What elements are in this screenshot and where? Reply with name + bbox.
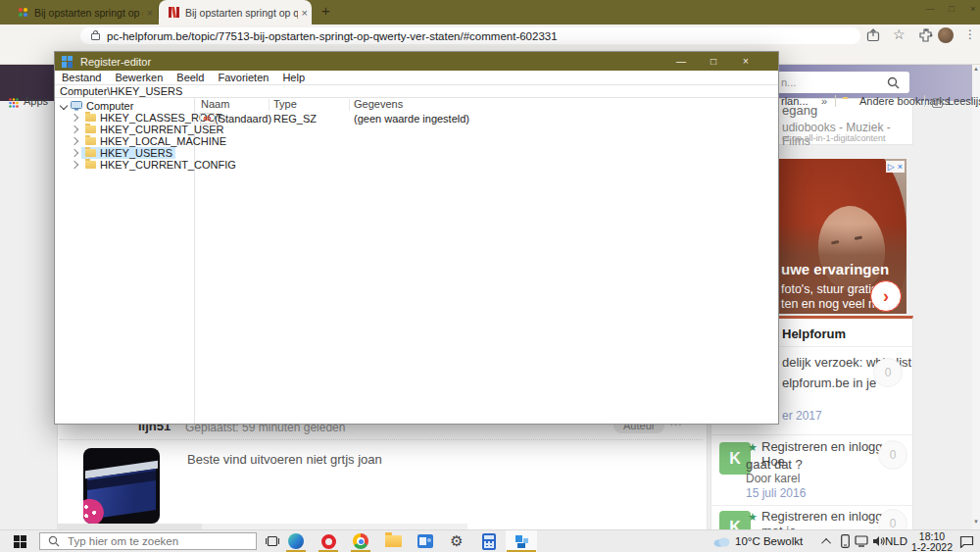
lock-icon[interactable] xyxy=(91,33,100,40)
bookmarks-apps-shortcut[interactable]: Apps xyxy=(24,92,48,110)
weather-widget[interactable]: 10°C Bewolkt xyxy=(713,530,803,552)
column-header-naam[interactable]: Naam xyxy=(201,98,229,111)
bookmark-item-clipped[interactable]: rlan... xyxy=(781,92,808,110)
taskbar-settings-gear-icon[interactable]: ⚙ xyxy=(445,530,468,552)
taskbar-search-box[interactable] xyxy=(39,532,257,550)
ad-close-icon[interactable]: × xyxy=(898,162,903,172)
search-icon xyxy=(48,535,60,547)
profile-avatar[interactable] xyxy=(938,27,954,43)
column-header-type[interactable]: Type xyxy=(273,98,297,111)
page-scrollbar[interactable] xyxy=(972,64,980,529)
reply-count-badge: 0 xyxy=(878,440,907,470)
regedit-app-icon xyxy=(62,56,74,68)
reading-list-icon xyxy=(932,98,943,108)
chevron-down-icon[interactable] xyxy=(60,102,68,110)
task-view-icon[interactable] xyxy=(261,530,284,552)
taskbar-regedit-icon[interactable] xyxy=(510,530,533,552)
widget-header: Helpforum xyxy=(782,326,846,341)
tab-inactive[interactable]: Bij opstarten springt op qwerty v × xyxy=(10,0,157,25)
windows-logo-icon xyxy=(14,535,26,548)
column-header-gegevens[interactable]: Gegevens xyxy=(354,98,403,111)
new-tab-button[interactable]: + xyxy=(321,2,330,19)
star-icon: ★ xyxy=(748,511,758,524)
url-text[interactable]: pc-helpforum.be/topic/77513-bij-opstarte… xyxy=(107,30,558,42)
regedit-titlebar[interactable]: Register-editor — □ × xyxy=(55,52,778,71)
tab-title: Bij opstarten springt op qwerty v xyxy=(34,7,143,19)
reading-list-button[interactable]: Leeslijst xyxy=(948,92,980,110)
folder-icon xyxy=(85,125,96,133)
share-icon[interactable] xyxy=(866,28,880,42)
regedit-close-button[interactable]: × xyxy=(731,52,760,71)
window-minimize-button[interactable]: — xyxy=(919,4,941,14)
divider xyxy=(60,439,703,440)
taskbar-opera-icon[interactable] xyxy=(317,530,340,552)
start-button[interactable] xyxy=(8,530,31,552)
regedit-body: Computer HKEY_CLASSES_ROOT HKEY_CURRENT_… xyxy=(55,98,778,424)
apps-grid-icon[interactable] xyxy=(9,98,19,108)
folder-icon xyxy=(85,149,96,157)
menu-bewerken[interactable]: Bewerken xyxy=(108,71,170,84)
window-close-button[interactable]: × xyxy=(962,4,980,14)
ad-line1: foto's, stuur gratis xyxy=(781,282,877,296)
taskbar-edge-icon[interactable] xyxy=(284,530,308,552)
action-center-icon[interactable] xyxy=(955,530,978,552)
topic-date[interactable]: 15 juli 2016 xyxy=(746,486,806,500)
screen: n... egang udiobooks - Muziek - Films et… xyxy=(0,0,980,552)
menu-beeld[interactable]: Beeld xyxy=(170,71,211,84)
avatar[interactable] xyxy=(83,448,160,524)
taskbar-chrome-icon[interactable] xyxy=(349,530,372,552)
tree-item-hkey-users-selected[interactable]: HKEY_USERS xyxy=(55,147,175,159)
reg-sz-icon: ab xyxy=(200,113,215,125)
language-indicator[interactable]: NLD xyxy=(885,530,907,552)
window-maximize-button[interactable]: □ xyxy=(941,4,962,14)
taskbar-calculator-icon[interactable] xyxy=(477,530,501,552)
bookmarks-overflow-chevron[interactable]: » xyxy=(821,92,827,110)
tab-active[interactable]: Bij opstarten springt op qwerty v × xyxy=(159,0,312,25)
post-body: Beste vind uitvoeren niet grtjs joan xyxy=(187,452,382,467)
taskbar-search-input[interactable] xyxy=(66,534,236,548)
taskbar-mail-icon[interactable] xyxy=(414,530,437,552)
address-bar[interactable]: pc-helpforum.be/topic/77513-bij-opstarte… xyxy=(80,27,860,44)
folder-icon xyxy=(85,137,96,145)
taskbar-clock[interactable]: 18:10 1-2-2022 xyxy=(908,531,956,552)
tab-close-icon[interactable]: × xyxy=(143,7,157,19)
computer-icon xyxy=(71,101,82,111)
menu-help[interactable]: Help xyxy=(275,71,312,84)
topic-title-line[interactable]: elpforum.be in je xyxy=(782,376,876,390)
taskbar-explorer-icon[interactable] xyxy=(381,530,405,552)
ad-choices[interactable]: ▷ × xyxy=(886,161,905,173)
menu-favorieten[interactable]: Favorieten xyxy=(211,71,275,84)
ad-cta-button[interactable]: › xyxy=(870,280,902,312)
regedit-list-pane: Naam Type Gegevens ab (Standaard) REG_SZ… xyxy=(195,98,778,424)
regedit-address-bar[interactable]: Computer\HKEY_USERS xyxy=(55,84,778,98)
clock-date: 1-2-2022 xyxy=(908,542,956,552)
chevron-right-icon[interactable] xyxy=(71,114,78,122)
bookmark-star-icon[interactable]: ☆ xyxy=(893,26,906,42)
scroll-up-icon[interactable]: ▲ xyxy=(972,66,980,72)
browser-menu-kebab-icon[interactable]: ⋮ xyxy=(964,27,976,41)
tree-item-computer[interactable]: Computer xyxy=(55,100,133,112)
chevron-right-icon[interactable] xyxy=(71,161,78,169)
forum-search-fragment: n... xyxy=(781,76,796,88)
forum-post-card: lijn51 Geplaatst: 59 minuten geleden Aut… xyxy=(57,412,708,534)
registry-value-row[interactable]: ab (Standaard) REG_SZ (geen waarde inges… xyxy=(195,113,778,125)
scroll-down-icon[interactable]: ▼ xyxy=(972,519,980,525)
value-name: (Standaard) xyxy=(215,113,271,125)
star-icon: ★ xyxy=(748,441,758,454)
topic-title-line[interactable]: gaat dat ? xyxy=(746,457,803,472)
regedit-menubar: BestandBewerkenBeeldFavorietenHelp xyxy=(55,71,778,84)
forum-search-box[interactable]: n... xyxy=(772,72,909,93)
adchoices-icon[interactable]: ▷ xyxy=(888,162,895,172)
menu-bestand[interactable]: Bestand xyxy=(55,71,108,84)
chevron-right-icon[interactable] xyxy=(71,125,78,133)
chevron-right-icon[interactable] xyxy=(71,149,78,157)
regedit-minimize-button[interactable]: — xyxy=(666,52,696,71)
extensions-puzzle-icon[interactable] xyxy=(919,28,933,42)
regedit-maximize-button[interactable]: □ xyxy=(699,52,728,71)
chevron-right-icon[interactable] xyxy=(71,137,78,145)
google-colors-favicon xyxy=(19,8,28,18)
topic-date[interactable]: er 2017 xyxy=(782,409,822,423)
tab-close-icon[interactable]: × xyxy=(298,7,312,19)
tab-bar: Bij opstarten springt op qwerty v × Bij … xyxy=(0,0,980,25)
weather-text: 10°C Bewolkt xyxy=(735,535,803,547)
